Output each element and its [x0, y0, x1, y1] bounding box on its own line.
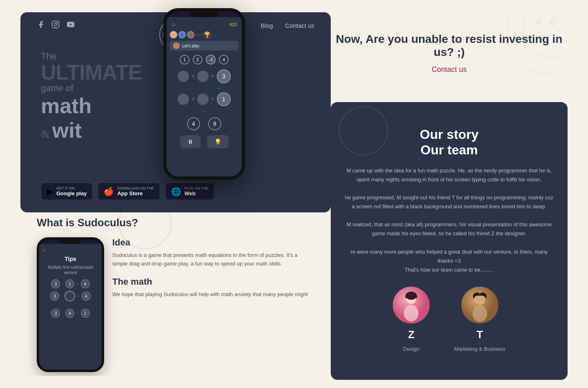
eq-blank-2 — [197, 71, 209, 82]
phone-screen: ⌂ 433 😊 👤 👤 🏆 ... Let's play 1 2 -3 4 — [167, 17, 242, 180]
math-title: The math — [112, 277, 310, 287]
web-button[interactable]: 🌐 Play on the Web — [165, 183, 215, 200]
google-play-button[interactable]: ▶ GET IT ON Google play — [41, 183, 93, 200]
team-role-z: Design — [403, 346, 419, 352]
phone-score: 433 — [229, 22, 237, 27]
ops-row: - × — [170, 86, 238, 91]
tips-subtitle: Multiply first subtract/add second — [42, 265, 98, 275]
svg-point-10 — [404, 305, 419, 321]
web-top-label: Play on the — [185, 186, 209, 190]
lets-play-bar: Let's play — [170, 41, 238, 51]
svg-point-2 — [57, 22, 58, 23]
equation-row-2: + = 1 — [170, 92, 238, 106]
player-avatar-1: 😊 — [170, 31, 177, 38]
avatar-t — [461, 287, 498, 323]
what-is-panel: What is Sudoculus? ⌂ Tips Multiply first… — [20, 204, 327, 376]
main-phone-mockup: ⌂ 433 😊 👤 👤 🏆 ... Let's play 1 2 -3 4 — [163, 8, 245, 180]
story-panel: Our story Our team M came up with the id… — [331, 102, 568, 380]
facebook-icon[interactable] — [37, 20, 45, 31]
eq-blank-3 — [178, 94, 189, 105]
team-member-t: T Marketing & Business — [454, 287, 506, 352]
instagram-icon[interactable] — [51, 20, 60, 31]
google-play-icon: ▶ — [47, 187, 53, 196]
equation-row-1: + = 3 — [170, 69, 238, 83]
google-play-main-label: Google play — [56, 190, 87, 196]
tips-title: Tips — [42, 256, 98, 262]
team-members: Z Design — [343, 287, 555, 352]
svg-point-1 — [54, 23, 57, 26]
nav-contact[interactable]: Contact us — [285, 22, 314, 29]
cta-contact-link[interactable]: Contact us — [432, 65, 467, 74]
small-phone-mockup: ⌂ Tips Multiply first subtract/add secon… — [37, 237, 104, 372]
web-icon: 🌐 — [171, 187, 181, 196]
what-is-title: What is Sudoculus? — [37, 216, 310, 229]
phone-controls: ⏸ 💡 — [170, 135, 238, 148]
sm-eq-1: 3 · 1 = 4 — [42, 279, 98, 288]
player-avatar-2: 👤 — [178, 31, 186, 38]
ans-4: 4 — [187, 117, 200, 130]
sm-eq-2: 3 · = 4 — [42, 291, 98, 301]
eq-answer-2: 1 — [217, 92, 231, 106]
eq-blank-4 — [197, 94, 209, 105]
cta-panel: 4 . 6 Now, Are you unable to resist inve… — [331, 12, 568, 94]
nav-blog[interactable]: Blog — [261, 22, 273, 29]
bottom-content: ⌂ Tips Multiply first subtract/add secon… — [37, 237, 310, 372]
num-1: 1 — [180, 55, 189, 65]
web-main-label: Web — [185, 190, 209, 196]
trophy-icon: 🏆 — [203, 31, 211, 38]
svg-rect-0 — [52, 21, 59, 28]
story-text: M came up with the idea for a fun math p… — [343, 166, 555, 274]
math-text: We hope that playing Sudoculus will help… — [112, 290, 310, 299]
small-phone-screen: ⌂ Tips Multiply first subtract/add secon… — [39, 244, 102, 372]
youtube-icon[interactable] — [66, 20, 75, 31]
bottom-text-content: Idea Sudoculus is a game that presents m… — [112, 237, 310, 372]
pause-button[interactable]: ⏸ — [180, 135, 200, 148]
avatar-z — [393, 287, 430, 323]
number-row: 1 2 -3 4 — [170, 55, 238, 65]
idea-text: Sudoculus is a game that presents math e… — [112, 251, 310, 268]
player-avatar-3: 👤 — [187, 31, 194, 38]
team-name-t: T — [477, 328, 483, 341]
team-name-z: Z — [408, 328, 414, 341]
hero-math: math — [41, 94, 91, 118]
team-member-z: Z Design — [393, 287, 430, 352]
nav-links: Blog Contact us — [261, 22, 314, 29]
social-icons — [37, 20, 75, 31]
hint-button[interactable]: 💡 — [207, 135, 229, 148]
app-store-top-label: Download on the — [117, 186, 154, 190]
eq-blank-1 — [178, 71, 189, 82]
apple-icon: 🍎 — [104, 187, 114, 196]
svg-point-13 — [474, 294, 485, 305]
hero-amp: & — [41, 127, 50, 140]
google-play-top-label: GET IT ON — [56, 186, 87, 190]
sm-eq-3: 3 · 4 = 1 — [42, 309, 98, 318]
app-store-main-label: App Store — [117, 190, 154, 196]
eq-answer-1: 3 — [217, 69, 231, 83]
story-circle-deco — [339, 106, 388, 155]
download-buttons: ▶ GET IT ON Google play 🍎 Download on th… — [41, 183, 214, 200]
lets-play-text: Let's play — [182, 44, 199, 48]
app-store-button[interactable]: 🍎 Download on the App Store — [98, 183, 160, 200]
num-2: 2 — [193, 55, 203, 65]
num-3: -3 — [206, 55, 216, 65]
svg-point-14 — [472, 305, 487, 322]
small-phone-notch — [60, 240, 81, 244]
page-wrapper: C+D Blog Contact us The ULTIMATE game of… — [0, 0, 588, 388]
bottom-answers: 4 8 — [170, 117, 238, 130]
team-role-t: Marketing & Business — [454, 346, 506, 352]
phone-notch — [190, 11, 218, 17]
ans-8: 8 — [208, 117, 221, 130]
hero-wit: wit — [52, 118, 82, 143]
num-4: 4 — [219, 55, 229, 65]
